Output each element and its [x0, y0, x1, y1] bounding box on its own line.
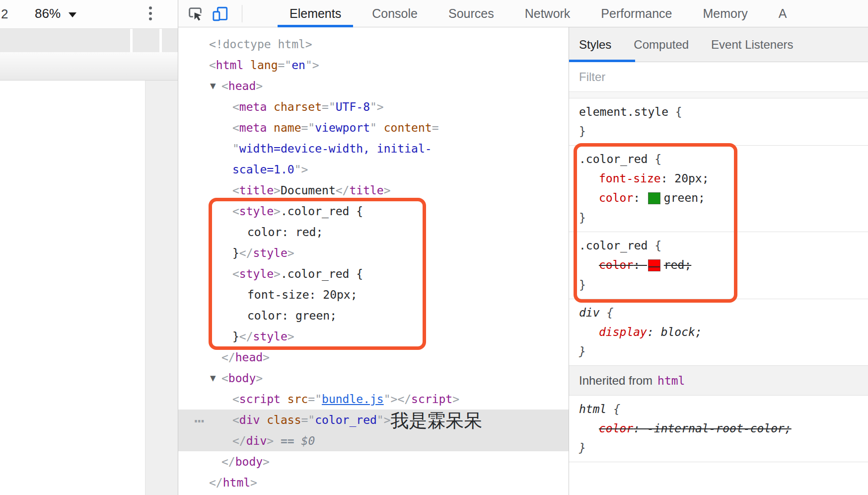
- brace: }: [579, 342, 868, 361]
- css-declaration[interactable]: color: green;: [579, 188, 868, 208]
- devtools-toolbar: ElementsConsoleSourcesNetworkPerformance…: [178, 0, 868, 27]
- code-line[interactable]: ▼<body>: [178, 368, 569, 389]
- rule-selector[interactable]: .color_red: [579, 239, 648, 252]
- css-declaration[interactable]: color: -internal-root-color;: [579, 419, 868, 438]
- tab-memory[interactable]: Memory: [691, 0, 759, 27]
- rule-selector[interactable]: element.style: [579, 105, 668, 118]
- tab-network[interactable]: Network: [513, 0, 582, 27]
- code-line[interactable]: <script src="bundle.js"></script>: [178, 389, 569, 410]
- inherited-from-label: Inherited from: [579, 374, 652, 388]
- code-line[interactable]: <meta name="viewport" content=: [178, 117, 569, 138]
- page-header-strip: [133, 29, 159, 52]
- code-line[interactable]: </div> == $0: [178, 430, 569, 451]
- rule-selector[interactable]: div: [579, 306, 600, 319]
- code-line[interactable]: <html lang="en">: [178, 55, 569, 76]
- styles-rules-list: element.style {}.color_red {font-size: 2…: [569, 98, 868, 492]
- code-line[interactable]: ▼<head>: [178, 76, 569, 96]
- code-line[interactable]: <style>.color_red {: [178, 201, 569, 222]
- tab-event-listeners[interactable]: Event Listeners: [711, 38, 793, 52]
- brace: {: [668, 105, 682, 118]
- tab-elements[interactable]: Elements: [278, 0, 353, 27]
- dimension-partial-text: 2: [1, 6, 8, 22]
- code-line[interactable]: </head>: [178, 347, 569, 368]
- inherited-target-link[interactable]: html: [657, 374, 685, 387]
- styles-filter-row: [569, 62, 868, 92]
- zoom-control[interactable]: 86%: [35, 6, 76, 21]
- code-line[interactable]: font-size: 20px;: [178, 284, 569, 305]
- tab-styles[interactable]: Styles: [579, 38, 611, 52]
- tab-performance[interactable]: Performance: [589, 0, 684, 27]
- page-header-strip: [162, 29, 178, 52]
- code-line[interactable]: <style>.color_red {: [178, 263, 569, 284]
- code-line[interactable]: scale=1.0">: [178, 159, 569, 180]
- style-rule[interactable]: .color_red {font-size: 20px;color: green…: [569, 145, 868, 232]
- style-rule[interactable]: div {display: block;}: [569, 299, 868, 365]
- css-declaration[interactable]: display: block;: [579, 323, 868, 342]
- code-line[interactable]: }</style>: [178, 326, 569, 347]
- browser-page-area: 2 86%: [0, 0, 178, 495]
- styles-panel: StylesComputedEvent Listeners element.st…: [569, 27, 868, 495]
- more-options-icon[interactable]: [149, 6, 153, 23]
- viewport-band: [0, 52, 178, 80]
- zoom-level[interactable]: 86%: [35, 6, 61, 21]
- code-line[interactable]: "width=device-width, initial-: [178, 138, 569, 159]
- expand-arrow-icon[interactable]: ▼: [210, 76, 216, 96]
- code-line[interactable]: <title>Document</title>: [178, 180, 569, 201]
- screenshot-canvas: 2 86% ElementsConsoleSourc: [0, 0, 868, 495]
- code-line[interactable]: }</style>: [178, 243, 569, 263]
- browser-toolbar: 2 86%: [0, 0, 178, 29]
- tab-sources[interactable]: Sources: [436, 0, 506, 27]
- brace: }: [579, 122, 868, 141]
- brace: {: [606, 403, 620, 415]
- css-declaration[interactable]: font-size: 20px;: [579, 169, 868, 188]
- tab-a[interactable]: A: [767, 0, 799, 27]
- code-line[interactable]: <!doctype html>: [178, 34, 569, 55]
- color-swatch[interactable]: [648, 259, 660, 271]
- expand-arrow-icon[interactable]: ▼: [210, 368, 216, 389]
- code-line[interactable]: </body>: [178, 451, 569, 472]
- page-gutter: [145, 80, 178, 495]
- active-tab-underline: [569, 60, 635, 62]
- inherited-from-header: Inherited fromhtml: [569, 365, 868, 395]
- dom-tree: <!doctype html><html lang="en">▼<head><m…: [178, 27, 569, 493]
- rendered-page: [0, 80, 145, 495]
- code-line[interactable]: color: red;: [178, 222, 569, 243]
- style-rule[interactable]: .color_red {color: red;}: [569, 232, 868, 299]
- inspect-element-icon[interactable]: [187, 5, 204, 22]
- chevron-down-icon: [69, 12, 76, 17]
- tab-computed[interactable]: Computed: [634, 38, 689, 52]
- rule-selector[interactable]: .color_red: [579, 153, 648, 165]
- elements-panel: <!doctype html><html lang="en">▼<head><m…: [178, 27, 569, 495]
- brace: {: [600, 306, 614, 319]
- gutter-ellipsis-icon[interactable]: …: [194, 406, 203, 427]
- brace: }: [579, 208, 868, 228]
- brace: }: [579, 275, 868, 295]
- brace: {: [648, 153, 661, 165]
- styles-toolbar-band: [569, 92, 868, 98]
- rule-selector[interactable]: html: [579, 403, 606, 415]
- devtools-tab-bar: ElementsConsoleSourcesNetworkPerformance…: [278, 0, 805, 27]
- code-line[interactable]: color: green;: [178, 305, 569, 326]
- devtools-window: ElementsConsoleSourcesNetworkPerformance…: [178, 0, 868, 495]
- styles-filter-input[interactable]: [579, 70, 778, 84]
- code-line[interactable]: …<div class="color_red">我是霖呆呆: [178, 410, 569, 430]
- color-swatch[interactable]: [648, 192, 660, 204]
- css-declaration[interactable]: color: red;: [579, 255, 868, 275]
- page-header-strip: [0, 29, 130, 52]
- style-rule[interactable]: html {color: -internal-root-color;}: [569, 395, 868, 462]
- device-toolbar-icon[interactable]: [212, 5, 229, 22]
- tab-console[interactable]: Console: [360, 0, 430, 27]
- brace: {: [648, 239, 661, 252]
- brace: }: [579, 438, 868, 458]
- devtools-main: <!doctype html><html lang="en">▼<head><m…: [178, 27, 868, 495]
- style-rule[interactable]: element.style {}: [569, 98, 868, 145]
- code-line[interactable]: </html>: [178, 472, 569, 493]
- toolbar-separator: [242, 5, 242, 22]
- styles-sidebar-tab-bar: StylesComputedEvent Listeners: [569, 27, 868, 62]
- styles-panel-end: [569, 462, 868, 492]
- code-line[interactable]: <meta charset="UTF-8">: [178, 96, 569, 117]
